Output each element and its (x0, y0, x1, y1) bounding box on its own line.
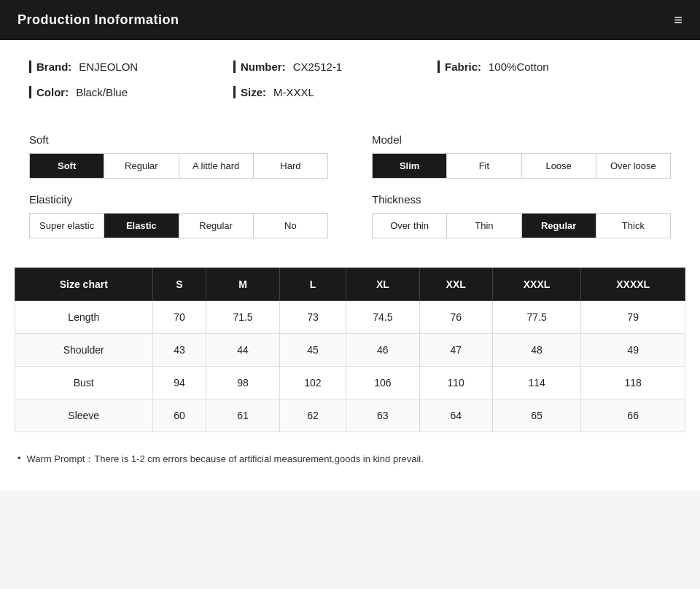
elasticity-options: Super elastic Elastic Regular No (29, 213, 328, 238)
page-wrapper: Production Inoformation ≡ Brand: ENJEOLO… (0, 0, 700, 491)
thickness-option-thin[interactable]: Thin (447, 214, 521, 238)
cell-shoulder-xl: 46 (346, 334, 419, 367)
table-row: Shoulder 43 44 45 46 47 48 49 (15, 334, 685, 367)
model-option-slim[interactable]: Slim (373, 154, 447, 178)
cell-sleeve-l: 62 (279, 399, 346, 432)
model-option-loose[interactable]: Loose (522, 154, 596, 178)
elasticity-label: Elasticity (29, 193, 328, 206)
thickness-option-thick[interactable]: Thick (596, 214, 670, 238)
model-label: Model (372, 133, 671, 146)
cell-bust-xxl: 110 (419, 367, 492, 399)
header: Production Inoformation ≡ (0, 0, 700, 40)
cell-sleeve-m: 61 (206, 399, 279, 432)
cell-bust-xxxxl: 118 (581, 367, 685, 399)
info-section: Brand: ENJEOLON Number: CX2512-1 Fabric:… (0, 40, 700, 119)
color-label: Color: (29, 86, 69, 98)
model-option-overloose[interactable]: Over loose (596, 154, 670, 178)
cell-shoulder-xxxl: 48 (492, 334, 580, 367)
row-label-bust: Bust (15, 367, 153, 399)
row-label-shoulder: Shoulder (15, 334, 153, 367)
soft-label: Soft (29, 133, 328, 146)
size-field: Size: M-XXXL (233, 86, 438, 98)
soft-option-hard[interactable]: Hard (254, 154, 327, 178)
size-value: M-XXXL (273, 86, 314, 98)
cell-shoulder-xxl: 47 (419, 334, 492, 367)
brand-field: Brand: ENJEOLON (29, 61, 233, 73)
col-header-l: L (279, 268, 346, 301)
cell-sleeve-xxxxl: 66 (581, 399, 685, 432)
cell-shoulder-xxxxl: 49 (581, 334, 685, 367)
model-block: Model Slim Fit Loose Over loose (372, 133, 671, 179)
thickness-label: Thickness (372, 193, 671, 206)
number-value: CX2512-1 (293, 61, 343, 73)
cell-bust-m: 98 (206, 367, 279, 399)
cell-sleeve-s: 60 (152, 399, 206, 432)
warm-prompt: • Warm Prompt：There is 1-2 cm errors bec… (0, 440, 700, 469)
cell-bust-s: 94 (152, 367, 206, 399)
fabric-value: 100%Cotton (489, 61, 549, 73)
cell-length-s: 70 (152, 301, 206, 334)
size-label: Size: (233, 86, 266, 98)
number-label: Number: (233, 61, 286, 73)
row-label-length: Length (15, 301, 153, 334)
soft-option-alittlehard[interactable]: A little hard (179, 154, 254, 178)
model-option-fit[interactable]: Fit (447, 154, 521, 178)
fabric-label: Fabric: (438, 61, 481, 73)
soft-option-regular[interactable]: Regular (104, 154, 179, 178)
menu-icon[interactable]: ≡ (674, 12, 682, 28)
elasticity-option-regular[interactable]: Regular (179, 214, 254, 238)
warm-prompt-text: Warm Prompt：There is 1-2 cm errors becau… (27, 453, 424, 466)
col-header-sizechart: Size chart (15, 268, 153, 301)
color-value: Black/Blue (76, 86, 128, 98)
header-title: Production Inoformation (18, 12, 179, 28)
attributes-section: Soft Soft Regular A little hard Hard Mod… (0, 119, 700, 246)
elasticity-option-superelastic[interactable]: Super elastic (30, 214, 104, 238)
model-options: Slim Fit Loose Over loose (372, 153, 671, 179)
cell-shoulder-s: 43 (152, 334, 206, 367)
thickness-option-overthin[interactable]: Over thin (373, 214, 447, 238)
cell-bust-xl: 106 (346, 367, 419, 399)
attributes-grid: Soft Soft Regular A little hard Hard Mod… (29, 133, 671, 238)
table-row: Length 70 71.5 73 74.5 76 77.5 79 (15, 301, 685, 334)
cell-length-m: 71.5 (206, 301, 279, 334)
brand-label: Brand: (29, 61, 71, 73)
thickness-options: Over thin Thin Regular Thick (372, 213, 671, 238)
cell-length-l: 73 (279, 301, 346, 334)
cell-bust-xxxl: 114 (492, 367, 580, 399)
col-header-xxxl: XXXL (492, 268, 580, 301)
warm-prompt-bullet: • (18, 453, 21, 464)
cell-sleeve-xxl: 64 (419, 399, 492, 432)
size-chart-section: Size chart S M L XL XXL XXXL XXXXL Lengt… (0, 246, 700, 440)
table-row: Sleeve 60 61 62 63 64 65 66 (15, 399, 685, 432)
brand-value: ENJEOLON (79, 61, 138, 73)
color-field: Color: Black/Blue (29, 86, 233, 98)
elasticity-option-no[interactable]: No (254, 214, 327, 238)
thickness-block: Thickness Over thin Thin Regular Thick (372, 193, 671, 238)
soft-block: Soft Soft Regular A little hard Hard (29, 133, 328, 179)
cell-length-xxl: 76 (419, 301, 492, 334)
col-header-m: M (206, 268, 279, 301)
table-header-row: Size chart S M L XL XXL XXXL XXXXL (15, 268, 685, 301)
cell-length-xl: 74.5 (346, 301, 419, 334)
number-field: Number: CX2512-1 (233, 61, 438, 73)
size-table: Size chart S M L XL XXL XXXL XXXXL Lengt… (15, 268, 685, 432)
cell-sleeve-xxxl: 65 (492, 399, 580, 432)
elasticity-option-elastic[interactable]: Elastic (104, 214, 179, 238)
soft-options: Soft Regular A little hard Hard (29, 153, 328, 179)
cell-length-xxxl: 77.5 (492, 301, 580, 334)
thickness-option-regular[interactable]: Regular (522, 214, 596, 238)
info-row-1: Brand: ENJEOLON Number: CX2512-1 Fabric:… (29, 61, 671, 73)
info-row-2: Color: Black/Blue Size: M-XXXL (29, 86, 671, 98)
elasticity-block: Elasticity Super elastic Elastic Regular… (29, 193, 328, 238)
soft-option-soft[interactable]: Soft (30, 154, 104, 178)
cell-bust-l: 102 (279, 367, 346, 399)
cell-shoulder-m: 44 (206, 334, 279, 367)
cell-sleeve-xl: 63 (346, 399, 419, 432)
cell-length-xxxxl: 79 (581, 301, 685, 334)
fabric-field: Fabric: 100%Cotton (438, 61, 642, 73)
col-header-s: S (152, 268, 206, 301)
cell-shoulder-l: 45 (279, 334, 346, 367)
col-header-xxl: XXL (419, 268, 492, 301)
row-label-sleeve: Sleeve (15, 399, 153, 432)
col-header-xl: XL (346, 268, 419, 301)
